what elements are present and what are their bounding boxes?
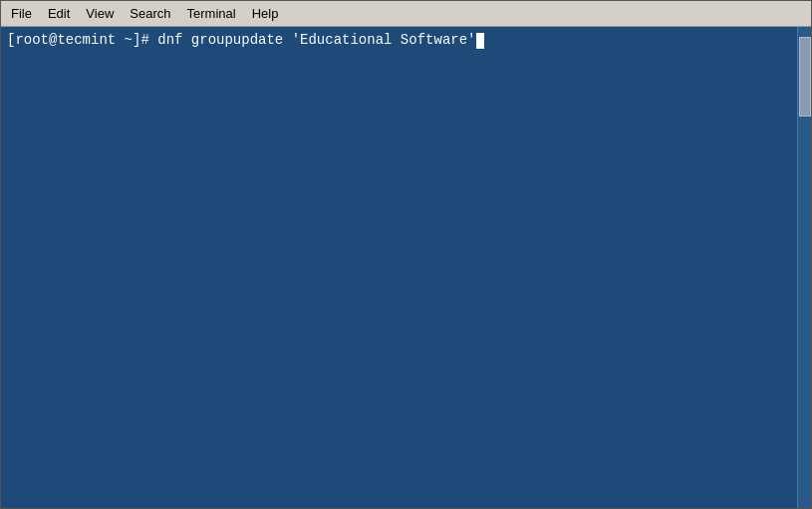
menu-view[interactable]: View xyxy=(78,4,122,23)
menu-file[interactable]: File xyxy=(3,4,40,23)
terminal-window: File Edit View Search Terminal Help [roo… xyxy=(0,0,812,509)
menu-terminal[interactable]: Terminal xyxy=(179,4,244,23)
terminal-command: dnf groupupdate 'Educational Software' xyxy=(149,31,476,51)
menu-search[interactable]: Search xyxy=(122,4,178,23)
menu-edit[interactable]: Edit xyxy=(40,4,78,23)
terminal-line: [root@tecmint ~]# dnf groupupdate 'Educa… xyxy=(7,31,805,51)
scrollbar[interactable] xyxy=(797,27,811,508)
menubar: File Edit View Search Terminal Help xyxy=(1,1,811,27)
terminal-cursor xyxy=(476,33,484,49)
scrollbar-thumb[interactable] xyxy=(799,37,811,117)
menu-help[interactable]: Help xyxy=(244,4,287,23)
terminal-prompt: [root@tecmint ~]# xyxy=(7,31,149,51)
terminal-area[interactable]: [root@tecmint ~]# dnf groupupdate 'Educa… xyxy=(1,27,811,508)
